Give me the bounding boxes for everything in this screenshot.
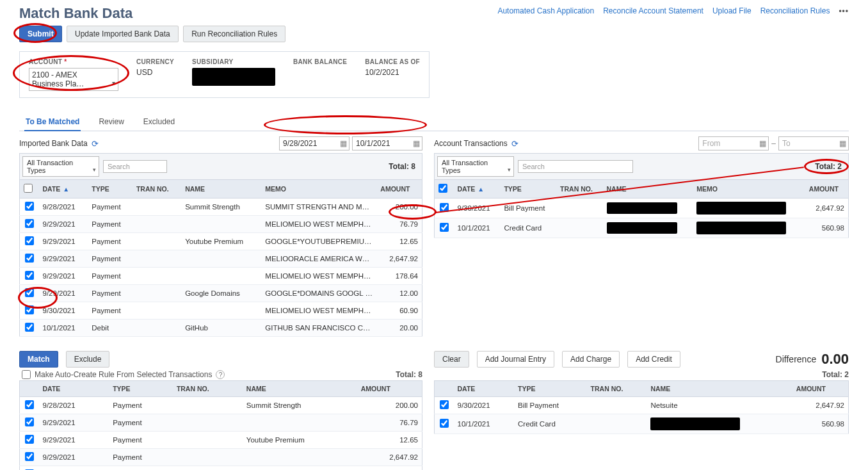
cell-date: 9/29/2021: [39, 250, 88, 268]
table-row[interactable]: 9/30/2021 Payment MELIOMELIO WEST MEMPHI…: [20, 302, 422, 320]
cell-name: Summit Strength: [243, 397, 357, 414]
left-select-all[interactable]: [24, 184, 33, 193]
table-row[interactable]: 9/29/2021 Payment MELIOMELIO WEST MEMPHI…: [20, 268, 422, 285]
acct-date-to-input[interactable]: To▦: [778, 136, 849, 150]
col-date: DATE▲: [454, 180, 501, 199]
link-auto-cash[interactable]: Automated Cash Application: [497, 6, 594, 15]
col-amount[interactable]: AMOUNT: [376, 180, 422, 199]
run-rules-button[interactable]: Run Reconciliation Rules: [183, 26, 285, 42]
calendar-icon[interactable]: ▦: [839, 139, 846, 148]
row-checkbox[interactable]: [25, 202, 34, 211]
left-total: Total: 8: [389, 162, 419, 171]
cell-amount: 2,647.92: [357, 449, 422, 466]
clear-button[interactable]: Clear: [434, 351, 469, 368]
row-checkbox[interactable]: [25, 288, 34, 297]
cell-tran: [133, 285, 181, 302]
exclude-button[interactable]: Exclude: [66, 351, 110, 368]
row-checkbox[interactable]: [440, 419, 449, 428]
table-row[interactable]: 9/29/2021 Payment 76.79: [20, 414, 422, 432]
row-checkbox[interactable]: [25, 400, 34, 409]
cell-memo: GITHUB SAN FRANCISCO CA NT_KKXZ…: [261, 320, 376, 337]
table-row[interactable]: 9/28/2021 Payment Summit Strength SUMMIT…: [20, 199, 422, 216]
table-row[interactable]: 9/29/2021 Payment MELIOORACLE AMERICA WE…: [20, 250, 422, 268]
add-charge-button[interactable]: Add Charge: [562, 351, 620, 368]
cell-memo: MELIOMELIO WEST MEMPHIS AR 07XJ…: [261, 216, 376, 233]
add-credit-button[interactable]: Add Credit: [627, 351, 680, 368]
help-icon[interactable]: ?: [216, 370, 225, 379]
memo-redacted: [696, 202, 786, 215]
link-recon-rules[interactable]: Reconciliation Rules: [760, 6, 830, 15]
date-to-input[interactable]: 10/1/2021▦: [352, 136, 422, 150]
right-search-input[interactable]: Search: [518, 160, 633, 173]
cell-type: Payment: [88, 199, 133, 216]
cell-type: Payment: [88, 233, 133, 250]
memo-redacted: [696, 222, 786, 234]
cell-amount: 200.00: [376, 199, 422, 216]
row-checkbox[interactable]: [440, 400, 449, 409]
acct-trans-title: Account Transactions: [434, 139, 508, 148]
row-checkbox[interactable]: [25, 417, 34, 426]
col-tran[interactable]: TRAN NO.: [133, 180, 181, 199]
acct-refresh-icon[interactable]: ⟳: [511, 139, 518, 149]
col-type[interactable]: TYPE: [500, 180, 556, 199]
table-row[interactable]: 10/1/2021 Debit GitHub GITHUB SAN FRANCI…: [20, 320, 422, 337]
calendar-icon[interactable]: ▦: [759, 139, 766, 148]
cell-date: 9/30/2021: [454, 397, 515, 414]
table-row[interactable]: 9/29/2021 Payment Youtube Premium GOOGLE…: [20, 233, 422, 250]
table-row[interactable]: 9/29/2021 Payment Google Domains GOOGLE*…: [20, 285, 422, 302]
table-row[interactable]: 10/1/2021 Credit Card 560.98: [435, 218, 849, 238]
row-checkbox[interactable]: [25, 254, 34, 263]
col-name[interactable]: NAME: [181, 180, 261, 199]
row-checkbox[interactable]: [25, 219, 34, 228]
row-checkbox[interactable]: [25, 435, 34, 444]
row-checkbox[interactable]: [25, 323, 34, 332]
col-memo[interactable]: MEMO: [693, 180, 805, 199]
update-imported-button[interactable]: Update Imported Bank Data: [67, 26, 179, 42]
row-checkbox[interactable]: [25, 271, 34, 280]
tab-excluded[interactable]: Excluded: [142, 113, 176, 131]
row-checkbox[interactable]: [25, 452, 34, 461]
table-row[interactable]: 9/29/2021 Payment 178.64: [20, 466, 422, 471]
currency-value: USD: [136, 68, 174, 77]
sort-asc-icon[interactable]: ▲: [63, 186, 69, 193]
cell-date: 9/29/2021: [39, 466, 109, 471]
cell-date: 10/1/2021: [454, 218, 501, 238]
table-row[interactable]: 9/30/2021 Bill Payment 2,647.92: [435, 199, 849, 218]
tab-review[interactable]: Review: [97, 113, 125, 131]
right-select-all[interactable]: [438, 184, 447, 193]
account-select[interactable]: 2100 - AMEX Business Pla…: [29, 68, 118, 91]
col-amount[interactable]: AMOUNT: [805, 180, 849, 199]
imported-refresh-icon[interactable]: ⟳: [92, 139, 99, 149]
table-row[interactable]: 9/29/2021 Payment 2,647.92: [20, 449, 422, 466]
row-checkbox[interactable]: [440, 223, 449, 232]
link-reconcile-stmt[interactable]: Reconcile Account Statement: [603, 6, 703, 15]
add-journal-button[interactable]: Add Journal Entry: [477, 351, 554, 368]
cell-date: 9/29/2021: [39, 268, 88, 285]
table-row[interactable]: 10/1/2021 Credit Card 560.98: [435, 414, 849, 434]
table-row[interactable]: 9/29/2021 Payment Youtube Premium 12.65: [20, 432, 422, 449]
calendar-icon[interactable]: ▦: [413, 139, 420, 148]
more-actions-icon[interactable]: •••: [839, 6, 849, 15]
table-row[interactable]: 9/28/2021 Payment Summit Strength 200.00: [20, 397, 422, 414]
cell-name: [181, 302, 261, 320]
col-memo[interactable]: MEMO: [261, 180, 376, 199]
calendar-icon[interactable]: ▦: [340, 139, 347, 148]
col-type[interactable]: TYPE: [88, 180, 133, 199]
row-checkbox[interactable]: [25, 305, 34, 314]
link-upload-file[interactable]: Upload File: [712, 6, 751, 15]
submit-button[interactable]: Submit: [19, 26, 62, 42]
cell-amount: 178.64: [357, 466, 422, 471]
tab-to-be-matched[interactable]: To Be Matched: [24, 113, 81, 131]
auto-rule-checkbox[interactable]: [22, 370, 31, 379]
acct-date-from-input[interactable]: From▦: [698, 136, 769, 150]
cell-amount: 60.90: [376, 302, 422, 320]
left-type-filter[interactable]: All Transaction Types: [22, 156, 99, 177]
date-from-input[interactable]: 9/28/2021▦: [279, 136, 350, 150]
sort-asc-icon[interactable]: ▲: [478, 186, 484, 193]
row-checkbox[interactable]: [25, 236, 34, 245]
left-search-input[interactable]: Search: [103, 160, 167, 173]
right-type-filter[interactable]: All Transaction Types: [437, 156, 514, 177]
table-row[interactable]: 9/29/2021 Payment MELIOMELIO WEST MEMPHI…: [20, 216, 422, 233]
table-row[interactable]: 9/30/2021 Bill Payment Netsuite 2,647.92: [435, 397, 849, 414]
match-button[interactable]: Match: [19, 351, 58, 368]
